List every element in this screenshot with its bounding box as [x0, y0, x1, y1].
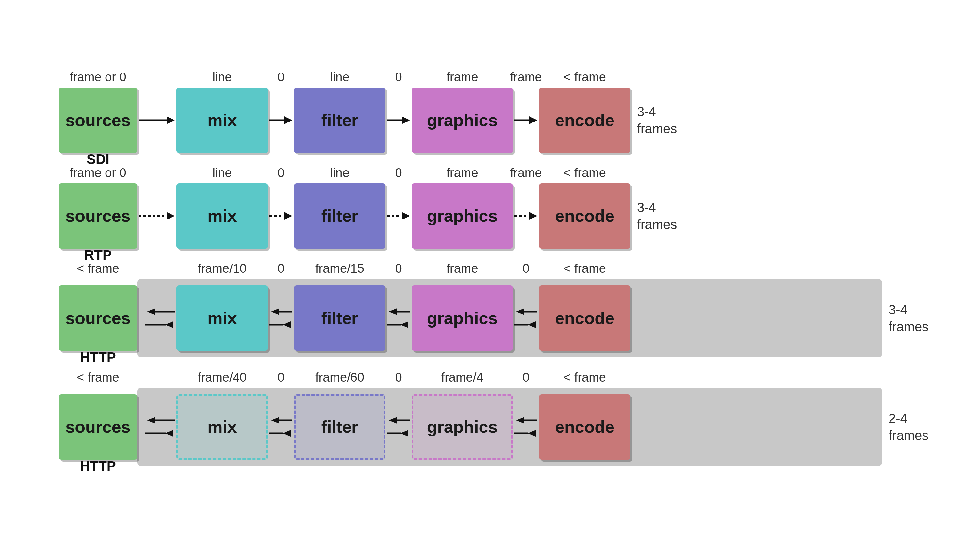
label-row-1: frame or 0 line 0 line 0 frame frame < f… — [59, 70, 921, 86]
graphics-label-2: graphics — [427, 206, 498, 226]
label-row-4: < frame frame/40 0 frame/60 0 frame/4 0 … — [59, 371, 921, 386]
filter-label-1: filter — [321, 110, 358, 130]
arrow-2b — [268, 209, 294, 223]
graphics-box-1: graphics — [412, 87, 513, 153]
graphics-label-3: graphics — [427, 309, 498, 328]
sdi-label: SDI — [87, 151, 110, 167]
dbl-arrow-3c — [385, 309, 412, 328]
label-0-4a: 0 — [268, 371, 294, 386]
label-frame4-4: frame/4 — [412, 371, 513, 386]
label-spacer-2a — [137, 180, 177, 181]
http-bg-4: mix filter — [137, 388, 882, 466]
label-spacer-4a — [137, 385, 177, 386]
label-frame-3c: frame — [412, 262, 513, 277]
label-line-1b: line — [294, 70, 385, 86]
sources-box-1: sources SDI — [59, 87, 137, 153]
svg-marker-16 — [147, 309, 155, 315]
frames-label-1: 3-4 frames — [630, 103, 670, 137]
sources-box-3: sources HTTP — [59, 285, 137, 351]
arrow-1d — [513, 114, 539, 127]
graphics-label-1: graphics — [427, 110, 498, 130]
label-frame-1c: frame — [412, 70, 513, 86]
label-ltframe-3b: < frame — [539, 262, 630, 277]
mix-box-2: mix — [177, 183, 268, 248]
encode-box-3: encode — [539, 285, 630, 351]
sources-label-2: sources — [65, 206, 130, 226]
dbl-arrow-4b — [268, 417, 294, 437]
label-spacer-3a — [137, 276, 177, 277]
svg-marker-24 — [389, 309, 397, 315]
label-frame-2c: frame — [412, 166, 513, 181]
mix-label-1: mix — [207, 110, 237, 130]
graphics-box-3: graphics — [412, 285, 513, 351]
block-row-1: sources SDI mix filter — [59, 87, 921, 153]
frames-label-2: 3-4frames — [630, 199, 670, 233]
svg-marker-28 — [516, 309, 524, 315]
label-0-4b: 0 — [385, 371, 412, 386]
svg-marker-44 — [516, 417, 524, 424]
arrow-1a — [137, 114, 177, 127]
sources-label-1: sources — [65, 110, 130, 130]
label-frame40-4: frame/40 — [177, 371, 268, 386]
svg-marker-11 — [284, 212, 293, 220]
rtp-label: RTP — [84, 247, 112, 263]
mix-label-3: mix — [207, 309, 237, 328]
encode-label-3: encode — [555, 309, 614, 328]
svg-marker-32 — [147, 417, 155, 424]
diagram: frame or 0 line 0 line 0 frame frame < f… — [33, 57, 947, 479]
label-ltframe-4a: < frame — [59, 371, 137, 386]
svg-marker-27 — [400, 321, 408, 328]
graphics-label-4: graphics — [427, 417, 498, 437]
svg-marker-35 — [165, 430, 173, 437]
svg-marker-43 — [400, 430, 408, 437]
label-0-3b: 0 — [385, 262, 412, 277]
dbl-arrow-4d — [513, 417, 539, 437]
svg-marker-31 — [528, 321, 536, 328]
label-0-2a: 0 — [268, 166, 294, 181]
label-frame-or-0-1: frame or 0 — [59, 70, 137, 86]
dbl-arrow-4a — [144, 417, 177, 437]
filter-box-4: filter — [294, 394, 385, 460]
svg-marker-15 — [529, 212, 538, 220]
filter-box-2: filter — [294, 183, 385, 248]
encode-box-4: encode — [539, 394, 630, 460]
label-ltframe-2: < frame — [539, 166, 630, 181]
row-sdi: frame or 0 line 0 line 0 frame frame < f… — [59, 70, 921, 153]
graphics-box-2: graphics — [412, 183, 513, 248]
svg-marker-23 — [283, 321, 291, 328]
row-http2: < frame frame/40 0 frame/60 0 frame/4 0 … — [59, 371, 921, 466]
label-line-2b: line — [294, 166, 385, 181]
sources-label-3: sources — [65, 309, 130, 328]
arrow-2a — [137, 209, 177, 223]
filter-label-2: filter — [321, 206, 358, 226]
dbl-arrow-3b — [268, 309, 294, 328]
svg-marker-20 — [271, 309, 279, 315]
encode-label-4: encode — [555, 417, 614, 437]
block-row-2: sources RTP mix filter — [59, 183, 921, 248]
svg-marker-7 — [529, 116, 538, 124]
label-ltframe-3a: < frame — [59, 262, 137, 277]
graphics-box-4: graphics — [412, 394, 513, 460]
label-0-1a: 0 — [268, 70, 294, 86]
svg-marker-9 — [167, 212, 175, 220]
row-http: < frame frame/10 0 frame/15 0 frame 0 < … — [59, 262, 921, 357]
frames-label-4: 2-4frames — [882, 410, 921, 444]
mix-label-4: mix — [207, 417, 237, 437]
svg-marker-19 — [165, 321, 173, 328]
block-row-4: sources HTTP mix — [59, 388, 921, 466]
svg-marker-39 — [283, 430, 291, 437]
frames-label-3: 3-4frames — [882, 301, 921, 335]
label-frame15-3: frame/15 — [294, 262, 385, 277]
label-frame-or-0-2: frame or 0 — [59, 166, 137, 181]
http-label-4: HTTP — [80, 458, 116, 474]
encode-label-2: encode — [555, 206, 614, 226]
label-frame10-3: frame/10 — [177, 262, 268, 277]
svg-marker-5 — [402, 116, 410, 124]
svg-marker-36 — [271, 417, 279, 424]
arrow-2d — [513, 209, 539, 223]
sources-box-4: sources HTTP — [59, 394, 137, 460]
row-rtp: frame or 0 line 0 line 0 frame frame < f… — [59, 166, 921, 248]
http-bg-3: mix filter — [137, 279, 882, 357]
label-ltframe-1: < frame — [539, 70, 630, 86]
label-frame60-4: frame/60 — [294, 371, 385, 386]
